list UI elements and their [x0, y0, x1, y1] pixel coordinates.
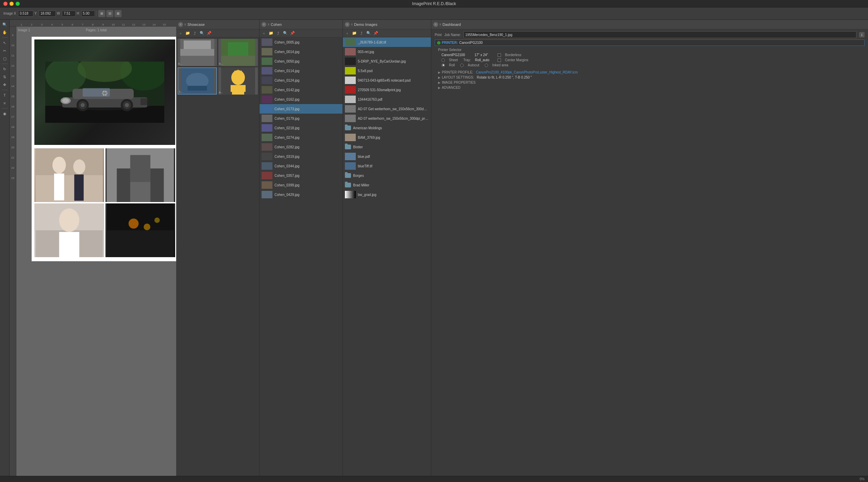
demo-file-brad-miller[interactable]: Brad Miller [343, 180, 431, 190]
w-input[interactable] [62, 11, 76, 17]
demo-add-btn[interactable]: + [344, 30, 350, 36]
rotate-tool[interactable]: ↻ [1, 66, 8, 72]
cohen-file-0357[interactable]: Cohen_0357.jpg [260, 171, 343, 180]
pages-label: Pages: 1 total [86, 28, 106, 32]
cohen-add-btn[interactable]: + [261, 30, 267, 36]
sheet-radio[interactable] [441, 59, 445, 62]
cohen-file-0179[interactable]: Cohen_0179.jpg [260, 114, 343, 123]
layout-btn[interactable]: ⊟ [106, 10, 114, 17]
showcase-pin-btn[interactable]: 📌 [206, 30, 212, 36]
demo-file-ad07get[interactable]: AD 07 Get weiterhorn_sw_150x56cm_300dpi_… [343, 104, 431, 114]
cohen-file-0005[interactable]: Cohen_0005.jpg [260, 37, 343, 47]
cohen-pin-btn[interactable]: 📌 [289, 30, 296, 36]
demo-file-borges[interactable]: Borges [343, 171, 431, 180]
photo-cell-night[interactable] [105, 203, 175, 257]
demo-file-270509[interactable]: 270509 531-50smallprint.jpg [343, 85, 431, 95]
main-photo[interactable] [34, 39, 175, 145]
demo-file-ad07wet[interactable]: AD 07 wetterhorn_sw_150x56cm_300dpi_prin… [343, 114, 431, 123]
demo-search-btn[interactable]: 🔍 [366, 30, 372, 36]
cohen-file-0274[interactable]: Cohen_0274.jpg [260, 133, 343, 142]
hand-tool[interactable]: ✋ [1, 29, 8, 36]
cohen-folder-btn[interactable]: 📁 [268, 30, 274, 36]
arrow-tool[interactable]: ↖ [1, 39, 8, 46]
demo-file-bam[interactable]: BAM_3769.jpg [343, 133, 431, 142]
showcase-open-btn[interactable]: ⤴ [192, 30, 198, 36]
x-input[interactable] [18, 11, 33, 17]
job-info-btn[interactable]: ℹ [859, 32, 865, 37]
cohen-close-btn[interactable]: ✕ [262, 22, 266, 27]
window-controls[interactable] [3, 2, 20, 6]
borderless-checkbox[interactable] [498, 53, 501, 57]
showcase-thumb-2[interactable]: 0... [218, 39, 258, 66]
photo-cell-architecture[interactable] [105, 148, 175, 202]
showcase-add-btn[interactable]: + [178, 30, 184, 36]
cohen-content[interactable]: Cohen_0005.jpg Cohen_0014.jpg Cohen_0050… [260, 37, 343, 476]
showcase-close-btn[interactable]: ✕ [178, 22, 183, 27]
move-tool[interactable]: ✥ [1, 81, 8, 88]
cohen-file-0429[interactable]: Cohen_0429.jpg [260, 190, 343, 199]
printer-selector-row: Printer Selector [435, 47, 865, 52]
dashboard-close-btn[interactable]: ✕ [433, 22, 438, 27]
minimize-button[interactable] [10, 2, 14, 6]
showcase-thumb-3-selected[interactable]: 1... [178, 67, 217, 95]
demo-file-pdf[interactable]: 1344416763.pdf [343, 95, 431, 104]
settings-btn[interactable]: ⊠ [114, 10, 122, 17]
demo-file-5x8[interactable]: 5.5x8.psd [343, 66, 431, 76]
demo-open-btn[interactable]: ⤴ [358, 30, 365, 36]
cohen-file-0173[interactable]: Cohen_0173.jpg [260, 104, 343, 114]
photo-cell-person[interactable] [34, 203, 104, 257]
center-margins-checkbox[interactable] [498, 59, 501, 62]
cohen-file-0319[interactable]: Cohen_0319.jpg [260, 152, 343, 161]
showcase-folder-btn[interactable]: 📁 [185, 30, 191, 36]
demo-file-blue-pdf[interactable]: blue.pdf [343, 152, 431, 161]
maximize-button[interactable] [16, 2, 20, 6]
flip-tool[interactable]: ⇅ [1, 73, 8, 80]
cohen-open-btn[interactable]: ⤴ [275, 30, 281, 36]
h-input[interactable] [81, 11, 95, 17]
demo-file-blotter[interactable]: Blotter [343, 142, 431, 152]
showcase-name-1: 0... [178, 62, 182, 65]
color-tool[interactable]: ◉ [1, 110, 8, 117]
demo-file-003[interactable]: 003-ret.jpg [343, 47, 431, 56]
demo-folder-btn[interactable]: 📁 [351, 30, 357, 36]
showcase-content[interactable]: 0... 0... [176, 37, 259, 476]
select-tool[interactable]: ▢ [1, 55, 8, 62]
photo-cell-bride[interactable] [34, 148, 104, 202]
align-tool[interactable]: ≡ [1, 100, 8, 106]
crop-tool[interactable]: ✂ [1, 47, 8, 54]
cohen-file-0162[interactable]: Cohen_0162.jpg [260, 95, 343, 104]
cohen-file-0124[interactable]: Cohen_0124.jpg [260, 76, 343, 85]
demo-file-bluetiff[interactable]: blueTiff.tif [343, 161, 431, 171]
showcase-thumb-4[interactable]: b... [218, 67, 258, 95]
y-input[interactable] [39, 11, 56, 17]
demo-file-drip[interactable]: 5-DRIP_NYE_ByCarlJordan.jpg [343, 56, 431, 66]
demo-pin-btn[interactable]: 📌 [373, 30, 379, 36]
svg-rect-38 [107, 230, 174, 257]
cohen-file-0050[interactable]: Cohen_0050.jpg [260, 56, 343, 66]
demo-content[interactable]: _J9J6789-1-Edit.tif 003-ret.jpg 5-DRIP_N… [343, 37, 431, 476]
cohen-file-0344[interactable]: Cohen_0344.jpg [260, 161, 343, 171]
text-tool[interactable]: T [1, 92, 8, 99]
demo-close-btn[interactable]: ✕ [345, 22, 350, 27]
cohen-file-0142[interactable]: Cohen_0142.jpg [260, 85, 343, 95]
roll-radio[interactable] [441, 64, 445, 67]
showcase-thumb-1[interactable]: 0... [178, 39, 217, 66]
cohen-file-0282[interactable]: Cohen_0282.jpg [260, 142, 343, 152]
demo-file-040713[interactable]: 040713-043-lgt65x45 notecard.psd [343, 76, 431, 85]
close-button[interactable] [3, 2, 7, 6]
cohen-file-0218[interactable]: Cohen_0218.jpg [260, 123, 343, 133]
job-name-input[interactable] [464, 31, 856, 38]
zoom-tool[interactable]: 🔍 [1, 21, 8, 28]
canvas-content[interactable]: lmage 1 Pages: 1 total [16, 27, 176, 476]
cohen-file-0014[interactable]: Cohen_0014.jpg [260, 47, 343, 56]
demo-file-j9j[interactable]: _J9J6789-1-Edit.tif [343, 37, 431, 47]
inked-area-radio[interactable] [485, 64, 488, 67]
demo-file-american-moldings[interactable]: American Moldings [343, 123, 431, 133]
demo-file-bwgrad[interactable]: bw_grad.jpg [343, 190, 431, 199]
cohen-file-0399[interactable]: Cohen_0399.jpg [260, 180, 343, 190]
grid-btn[interactable]: ⊞ [98, 10, 105, 17]
cohen-search-btn[interactable]: 🔍 [282, 30, 288, 36]
cohen-file-0114[interactable]: Cohen_0114.jpg [260, 66, 343, 76]
showcase-search-btn[interactable]: 🔍 [199, 30, 205, 36]
autocut-radio[interactable] [460, 64, 464, 67]
